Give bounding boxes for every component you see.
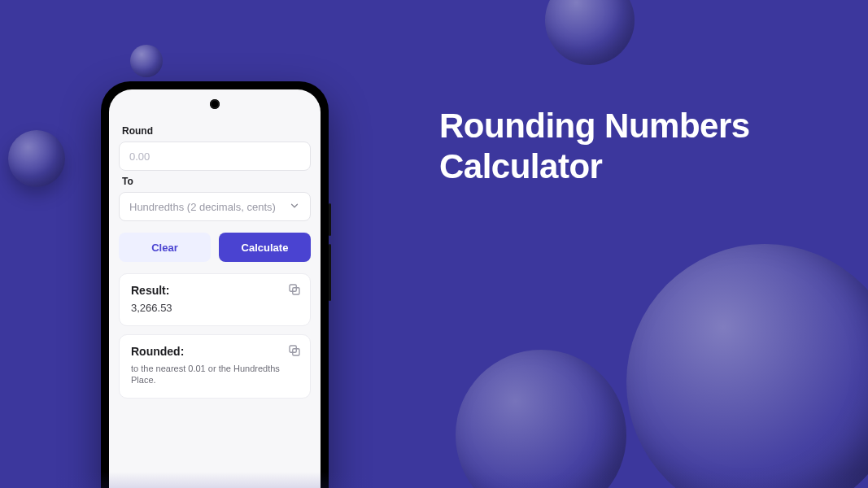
decor-sphere bbox=[626, 244, 868, 488]
result-value: 3,266.53 bbox=[131, 302, 299, 314]
decor-sphere bbox=[545, 0, 635, 65]
chevron-down-icon bbox=[289, 200, 300, 214]
rounded-description: to the nearest 0.01 or the Hundredths Pl… bbox=[131, 363, 299, 386]
decor-sphere bbox=[130, 45, 163, 77]
calculate-button-label: Calculate bbox=[242, 242, 289, 254]
phone-camera bbox=[210, 99, 220, 109]
result-title: Result: bbox=[131, 284, 299, 297]
headline-line1: Rounding Numbers bbox=[439, 106, 750, 146]
round-input[interactable] bbox=[129, 150, 300, 163]
round-label: Round bbox=[122, 125, 308, 137]
copy-icon[interactable] bbox=[287, 343, 302, 358]
clear-button-label: Clear bbox=[151, 242, 178, 254]
clear-button[interactable]: Clear bbox=[119, 233, 211, 262]
result-card: Result: 3,266.53 bbox=[119, 273, 311, 326]
promo-stage: Rounding Numbers Calculator Round To Hun… bbox=[0, 0, 868, 488]
round-input-wrapper[interactable] bbox=[119, 142, 311, 171]
to-select[interactable]: Hundredths (2 decimals, cents) bbox=[119, 192, 311, 221]
decor-sphere bbox=[8, 130, 65, 187]
page-title: Rounding Numbers Calculator bbox=[439, 106, 750, 188]
rounded-title: Rounded: bbox=[131, 345, 299, 358]
rounded-card: Rounded: to the nearest 0.01 or the Hund… bbox=[119, 334, 311, 399]
phone-side-button bbox=[329, 244, 331, 301]
phone-side-button bbox=[329, 203, 331, 236]
copy-icon[interactable] bbox=[287, 282, 302, 297]
phone-frame: Round To Hundredths (2 decimals, cents) … bbox=[101, 81, 329, 488]
to-selected-value: Hundredths (2 decimals, cents) bbox=[129, 201, 276, 213]
phone-screen: Round To Hundredths (2 decimals, cents) … bbox=[109, 89, 321, 488]
calculate-button[interactable]: Calculate bbox=[219, 233, 311, 262]
decor-sphere bbox=[456, 350, 626, 488]
headline-line2: Calculator bbox=[439, 146, 750, 187]
button-row: Clear Calculate bbox=[119, 233, 311, 262]
to-label: To bbox=[122, 176, 308, 187]
